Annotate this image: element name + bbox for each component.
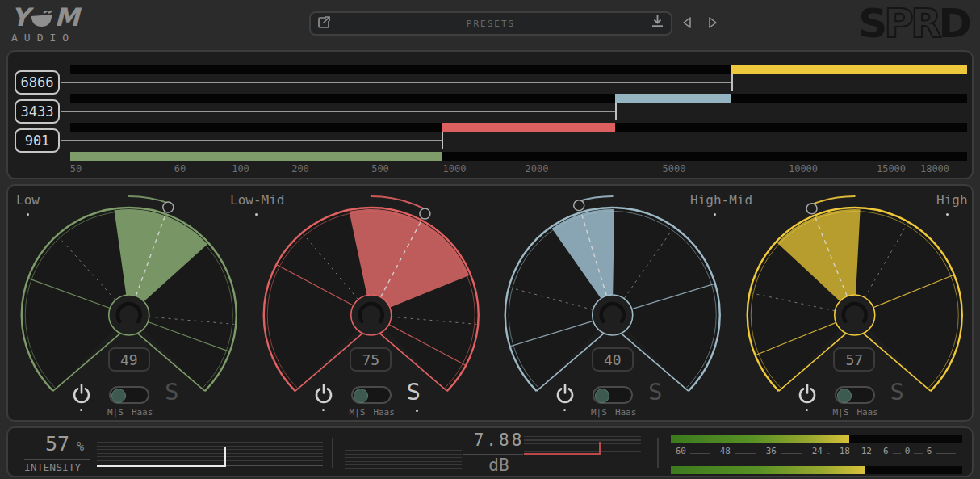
band-fill-high-mid[interactable] [615,94,731,103]
frequency-tick-label: 5000 [663,163,686,174]
frequency-tick-label: 50 [70,163,82,174]
gain-unit-label: dB [454,456,544,475]
toggle-knob[interactable] [837,389,852,403]
intensity-unit: % [77,439,84,454]
dial-knob[interactable] [350,295,391,335]
crossover-value-low[interactable]: 901 [15,128,60,153]
ms-haas-toggle[interactable] [351,386,392,404]
crossover-connector-line [61,82,731,83]
meter-scale-label: -12 [856,446,872,456]
crossover-value-mid[interactable]: 3433 [15,99,60,124]
top-bar: Y M AUDIO PRESETS [0,0,980,50]
previous-preset-button[interactable] [681,16,694,31]
meter-scale-dash [690,453,710,454]
gain-slider-left[interactable] [345,450,462,471]
rotation-handle[interactable] [419,208,429,219]
output-meter-right [671,466,962,474]
dial-quadrant-high-mid: 40 M|SHaas S [492,184,734,422]
sprd-letter-s: S [858,0,884,47]
power-indicator-dot [806,409,808,411]
dial-knob[interactable] [109,295,149,335]
ms-label: M|S [591,407,607,418]
intensity-readout: 57 % [29,432,100,456]
meter-scale-dash [936,453,956,454]
next-preset-button[interactable] [707,16,720,31]
logo-letter-y: Y [11,5,28,29]
band-splitter-panel: 6866 3433 901 50601002005001000200050001… [6,50,974,179]
dial-knob[interactable] [834,295,874,335]
meter-scale-dash [735,453,756,454]
width-value-box[interactable]: 40 [592,347,634,372]
band-fill-low[interactable] [70,152,442,161]
meter-scale-label: -60 [670,446,686,456]
width-value-box[interactable]: 75 [350,347,392,372]
solo-button[interactable]: S [407,380,421,404]
footer-divider [332,438,333,468]
intensity-fill [97,465,226,467]
ms-haas-toggle[interactable] [109,386,149,404]
band-fill-low-mid[interactable] [442,123,615,132]
output-meter-left [671,435,962,443]
intensity-label: INTENSITY [24,461,81,473]
width-value: 57 [845,351,863,368]
meter-scale-dash [914,453,922,454]
toggle-knob[interactable] [595,389,609,403]
meter-scale-label: -6 [877,446,888,456]
band-power-button[interactable] [798,383,817,404]
intensity-slider[interactable] [97,439,323,466]
rotation-handle[interactable] [163,202,174,212]
solo-button[interactable]: S [648,380,662,404]
sprd-plugin-window: Y M AUDIO PRESETS [0,0,980,479]
meter-scale-label: -24 [806,446,823,456]
width-value-box[interactable]: 57 [833,347,875,372]
solo-button[interactable]: S [165,380,178,404]
crossover-handle[interactable] [615,103,617,120]
band-power-button[interactable] [314,383,333,404]
toggle-knob[interactable] [111,389,126,403]
intensity-handle[interactable] [224,447,226,467]
width-value: 49 [120,351,138,368]
save-preset-icon[interactable] [651,15,664,32]
sprd-letter-r: R [911,0,939,47]
crossover-value-text: 3433 [21,103,54,120]
toggle-knob[interactable] [354,389,368,403]
crossover-handle[interactable] [442,132,443,149]
frequency-tick-label: 1000 [443,163,467,174]
meter-fill-right [671,466,865,474]
meter-scale-label: -18 [834,446,850,456]
crossover-connector-line [61,111,615,112]
dial-knob[interactable] [593,295,633,335]
frequency-tick-label: 500 [371,163,389,174]
crossover-value-text: 6866 [21,74,54,90]
ms-haas-toggle[interactable] [593,386,633,404]
meter-fill-left [671,435,849,443]
rotation-handle[interactable] [806,204,817,214]
crossover-connector-line [61,140,442,141]
band-fill-high[interactable] [731,65,967,74]
crossover-value-text: 901 [25,132,50,149]
bowl-icon [31,11,53,32]
ms-haas-toggle[interactable] [835,386,875,404]
crossover-handle[interactable] [731,74,733,91]
footer-divider [657,438,659,468]
power-indicator-dot [563,409,566,411]
rotation-handle[interactable] [574,200,584,211]
band-track[interactable] [70,94,967,103]
width-value-box[interactable]: 49 [108,347,150,372]
intensity-value: 57 [45,432,69,456]
band-power-button[interactable] [555,383,575,404]
band-power-button[interactable] [72,383,91,404]
presets-dropdown[interactable]: PRESETS [309,11,672,36]
yum-audio-logo: Y M AUDIO [11,5,78,44]
crossover-value-high[interactable]: 6866 [15,70,60,95]
frequency-tick-label: 15000 [877,163,906,174]
presets-label: PRESETS [331,19,651,29]
load-preset-icon[interactable] [317,15,331,32]
meter-scale-label: -48 [714,446,731,456]
sprd-logo: SPRD [858,0,969,47]
gain-slider-right[interactable] [524,436,641,454]
solo-button[interactable]: S [890,380,904,404]
gain-marker-handle[interactable] [599,442,601,455]
intensity-divider-line [24,459,90,460]
logo-audio-text: AUDIO [11,32,78,44]
